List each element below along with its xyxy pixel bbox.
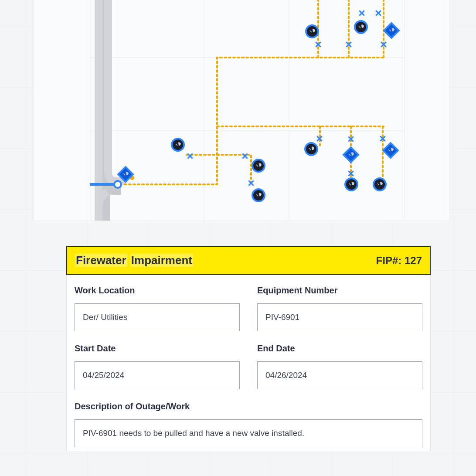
svg-rect-42 — [343, 147, 358, 162]
firewater-impairment-form: Firewater Impairment FIP#: 127 Work Loca… — [66, 246, 431, 451]
valve-nodes[interactable] — [118, 23, 399, 182]
valve-node[interactable] — [383, 143, 398, 158]
label-equipment-number: Equipment Number — [257, 286, 422, 296]
svg-rect-44 — [384, 23, 399, 38]
form-body: Work Location Equipment Number Start Dat… — [67, 275, 430, 451]
label-start-date: Start Date — [75, 343, 240, 354]
svg-point-38 — [374, 178, 386, 190]
form-header: Firewater Impairment FIP#: 127 — [66, 246, 431, 275]
form-title: Firewater Impairment — [75, 254, 193, 267]
page: Firewater Impairment FIP#: 127 Work Loca… — [0, 0, 476, 476]
valve-ticks — [185, 8, 389, 188]
input-description[interactable] — [75, 419, 422, 447]
svg-point-34 — [252, 160, 265, 172]
svg-rect-43 — [383, 143, 398, 158]
label-work-location: Work Location — [75, 286, 240, 296]
label-description: Description of Outage/Work — [75, 401, 422, 411]
svg-point-36 — [305, 143, 317, 155]
svg-point-35 — [252, 189, 265, 201]
pipe-diagram-svg — [34, 0, 449, 221]
field-end-date: End Date — [257, 343, 422, 389]
hydrant-node[interactable] — [306, 25, 318, 37]
hydrant-node[interactable] — [374, 178, 386, 190]
field-equipment-number: Equipment Number — [257, 286, 422, 331]
svg-point-37 — [345, 178, 357, 190]
valve-node[interactable] — [343, 147, 358, 162]
road — [99, 0, 126, 221]
svg-point-40 — [355, 21, 367, 33]
pipe-diagram[interactable] — [34, 0, 449, 221]
field-description: Description of Outage/Work — [75, 401, 422, 447]
svg-point-33 — [172, 139, 184, 151]
label-end-date: End Date — [257, 343, 422, 354]
field-work-location: Work Location — [75, 286, 240, 331]
svg-point-39 — [306, 25, 318, 37]
hydrant-node[interactable] — [355, 21, 367, 33]
field-start-date: Start Date — [75, 343, 240, 389]
input-equipment-number[interactable] — [257, 303, 422, 331]
hydrant-node[interactable] — [252, 160, 265, 172]
valve-node[interactable] — [384, 23, 399, 38]
hydrant-node[interactable] — [305, 143, 317, 155]
fip-number: FIP#: 127 — [376, 255, 422, 267]
input-end-date[interactable] — [257, 361, 422, 389]
svg-point-7 — [114, 181, 121, 188]
hydrant-node[interactable] — [345, 178, 357, 190]
hydrant-node[interactable] — [172, 139, 184, 151]
input-start-date[interactable] — [75, 361, 240, 389]
form-title-word: Impairment — [130, 254, 193, 267]
input-work-location[interactable] — [75, 303, 240, 331]
form-title-word: Firewater — [75, 254, 127, 267]
hydrant-node[interactable] — [252, 189, 265, 201]
